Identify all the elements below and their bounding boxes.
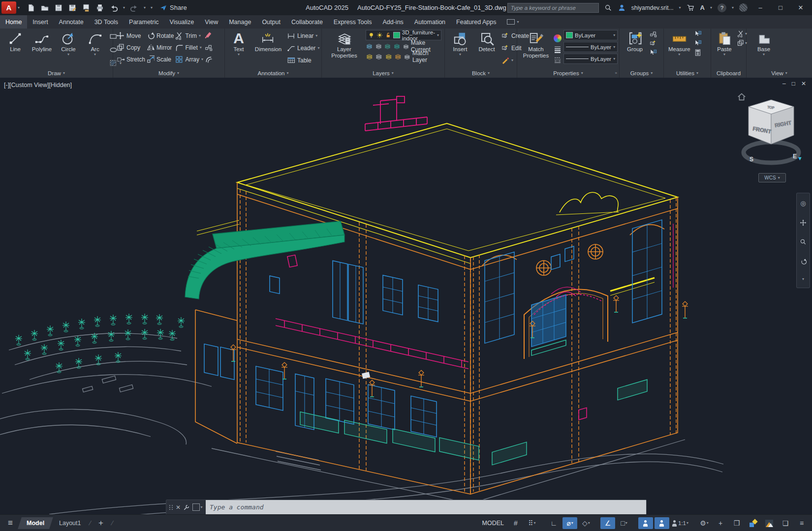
save-as-icon[interactable] bbox=[68, 3, 77, 12]
ribbon-display-toggle[interactable]: ▾ bbox=[501, 15, 524, 29]
tab-insert[interactable]: Insert bbox=[27, 15, 53, 29]
cut-icon[interactable] bbox=[737, 30, 744, 37]
layer-freeze-icon[interactable] bbox=[366, 42, 373, 50]
user-avatar-icon[interactable] bbox=[618, 3, 626, 12]
model-space-canvas[interactable]: [-] [Custom View] [Hidden] – □ ✕ bbox=[0, 78, 812, 531]
line-button[interactable]: Line bbox=[3, 30, 28, 69]
print-icon[interactable] bbox=[95, 3, 104, 12]
properties-launcher-icon[interactable]: » bbox=[615, 71, 617, 75]
save-icon[interactable] bbox=[54, 3, 63, 12]
layer-lock-icon[interactable] bbox=[393, 42, 400, 50]
zoom-icon[interactable] bbox=[800, 238, 807, 245]
wcs-selector[interactable]: WCS ▾ bbox=[758, 173, 786, 182]
circle-button[interactable]: Circle ▾ bbox=[56, 30, 81, 69]
open-folder-icon[interactable] bbox=[40, 3, 49, 12]
arc-button[interactable]: Arc ▾ bbox=[83, 30, 107, 69]
autoscale-toggle[interactable] bbox=[655, 517, 669, 529]
grid-toggle[interactable]: # bbox=[508, 517, 523, 529]
layer-unlock-icon[interactable] bbox=[385, 32, 391, 38]
trim-button[interactable]: Trim▾ bbox=[175, 30, 203, 41]
panel-label-properties[interactable]: Properties▾» bbox=[517, 68, 619, 78]
base-view-button[interactable]: Base ▾ bbox=[751, 30, 776, 68]
polar-tracking-toggle[interactable]: ⌀▾ bbox=[562, 517, 577, 529]
feedback-icon[interactable] bbox=[739, 3, 748, 12]
workspace-switching-button[interactable]: ⚙▾ bbox=[697, 517, 712, 529]
annotation-scale-button[interactable]: 1:1▾ bbox=[671, 517, 690, 529]
window-maximize-button[interactable]: □ bbox=[773, 4, 788, 11]
compass-east-label[interactable]: E bbox=[793, 153, 797, 160]
navbar-more-icon[interactable]: ▾ bbox=[802, 277, 804, 281]
fillet-button[interactable]: Fillet▾ bbox=[175, 42, 203, 53]
panel-label-modify[interactable]: Modify▾ bbox=[113, 68, 224, 78]
app-menu-button[interactable]: A bbox=[1, 1, 16, 14]
help-caret-icon[interactable]: ▾ bbox=[732, 6, 734, 10]
full-navigation-wheel-icon[interactable]: ◎ bbox=[800, 200, 806, 207]
plot-icon[interactable] bbox=[82, 3, 91, 12]
layer-on-icon[interactable] bbox=[366, 53, 373, 60]
object-color-select[interactable]: ByLayer ▾ bbox=[563, 30, 618, 40]
stretch-button[interactable]: Stretch bbox=[116, 54, 145, 65]
offset-button[interactable] bbox=[204, 54, 213, 65]
annotation-visibility-toggle[interactable] bbox=[638, 517, 653, 529]
insert-block-button[interactable]: Insert ▾ bbox=[448, 30, 472, 68]
tab-visualize[interactable]: Visualize bbox=[164, 15, 200, 29]
viewport-visual-style-control[interactable]: [Hidden] bbox=[49, 82, 72, 88]
layer-color-swatch[interactable] bbox=[393, 32, 400, 38]
qat-customize-caret-icon[interactable]: ▾ bbox=[151, 6, 153, 10]
layer-properties-button[interactable]: Layer Properties bbox=[325, 30, 364, 68]
ungroup-icon[interactable] bbox=[649, 30, 657, 38]
object-snap-tracking-toggle[interactable]: ∠ bbox=[600, 517, 615, 529]
tab-home[interactable]: Home bbox=[0, 15, 27, 29]
leader-button[interactable]: Leader▾ bbox=[287, 42, 319, 54]
viewcube-compass[interactable]: S E bbox=[744, 142, 799, 163]
group-button[interactable]: Group bbox=[623, 30, 647, 68]
tab-parametric[interactable]: Parametric bbox=[124, 15, 164, 29]
autodesk-caret-icon[interactable]: ▾ bbox=[710, 6, 712, 10]
match-properties-button[interactable]: Match Properties bbox=[520, 30, 552, 68]
clean-screen-toggle[interactable]: ❏ bbox=[778, 517, 793, 529]
command-input[interactable]: Type a command bbox=[206, 500, 646, 514]
layout1-tab[interactable]: Layout1 bbox=[50, 517, 90, 529]
command-line[interactable]: ✕ ▾ Type a command bbox=[166, 500, 647, 515]
3d-object-snap-toggle[interactable] bbox=[746, 517, 760, 529]
viewcube-cube[interactable]: FRONT RIGHT TOP bbox=[749, 100, 794, 144]
panel-label-annotation[interactable]: Annotation▾ bbox=[225, 68, 321, 78]
tab-annotate[interactable]: Annotate bbox=[54, 15, 89, 29]
polyline-button[interactable]: Polyline bbox=[30, 30, 54, 69]
dimension-button[interactable]: Dimension bbox=[251, 30, 285, 68]
search-collapse-caret-icon[interactable]: ▸ bbox=[500, 6, 502, 10]
model-space-indicator[interactable]: MODEL bbox=[482, 520, 504, 527]
window-close-button[interactable]: ✕ bbox=[793, 4, 808, 11]
selection-cycling-toggle[interactable]: ❒ bbox=[729, 517, 744, 529]
new-file-icon[interactable] bbox=[27, 3, 35, 12]
object-snap-toggle[interactable]: □▾ bbox=[617, 517, 631, 529]
explode-button[interactable] bbox=[204, 42, 213, 53]
layer-isolate-icon[interactable] bbox=[375, 42, 382, 50]
autodesk-account-icon[interactable]: A bbox=[700, 4, 705, 11]
match-layer-button[interactable]: Match Layer bbox=[404, 52, 441, 61]
panel-label-draw[interactable]: Draw▾ bbox=[0, 69, 113, 78]
tab-manage[interactable]: Manage bbox=[223, 15, 256, 29]
tab-automation[interactable]: Automation bbox=[409, 15, 451, 29]
recent-commands-button[interactable]: ▾ bbox=[192, 503, 203, 511]
quick-calculator-icon[interactable] bbox=[694, 49, 702, 57]
viewcube-menu-arrow-icon[interactable]: ▼ bbox=[797, 155, 803, 161]
help-icon[interactable]: ? bbox=[718, 3, 726, 12]
copy-clip-icon[interactable] bbox=[737, 39, 744, 47]
panel-label-block[interactable]: Block▾ bbox=[445, 68, 517, 78]
window-minimize-button[interactable]: – bbox=[753, 4, 768, 11]
redo-caret-icon[interactable]: ▾ bbox=[144, 6, 146, 10]
search-icon[interactable] bbox=[604, 4, 612, 12]
array-button[interactable]: Array▾ bbox=[175, 54, 203, 65]
panel-label-groups[interactable]: Groups▾ bbox=[620, 68, 663, 78]
tab-3d-tools[interactable]: 3D Tools bbox=[89, 15, 124, 29]
orbit-icon[interactable] bbox=[800, 258, 807, 265]
linear-button[interactable]: Linear▾ bbox=[287, 30, 319, 41]
customization-button[interactable]: ≡ bbox=[794, 517, 809, 529]
graphics-performance-toggle[interactable] bbox=[762, 517, 777, 529]
lineweight-select[interactable]: ByLayer ▾ bbox=[563, 42, 618, 52]
model-tab[interactable]: Model bbox=[18, 517, 53, 529]
command-close-icon[interactable]: ✕ bbox=[176, 504, 181, 511]
ortho-toggle[interactable]: ∟ bbox=[546, 517, 561, 529]
panel-label-utilities[interactable]: Utilities▾ bbox=[664, 68, 711, 78]
